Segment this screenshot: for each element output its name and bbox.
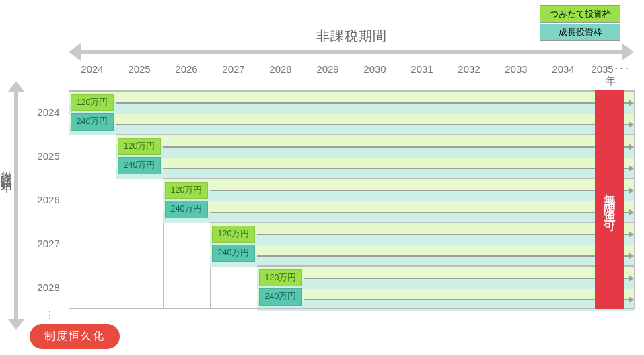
column-header: 2030	[351, 59, 398, 90]
legend-tsumitate: つみたて投資枠	[540, 5, 620, 23]
row-header: 2027	[28, 222, 69, 265]
growth-amount: 240万円	[71, 113, 114, 131]
allocation-cell: 120万円240万円	[70, 93, 114, 131]
holding-arrow	[163, 146, 629, 148]
holding-arrow	[210, 190, 629, 191]
allocation-cell: 120万円240万円	[117, 137, 162, 175]
row-header: 2028⋮	[28, 265, 69, 309]
holding-arrow	[116, 124, 629, 125]
column-header: 2025	[116, 59, 163, 90]
column-headers: 2024202520262027202820292030203120322033…	[69, 59, 634, 90]
column-header: 2031	[398, 59, 445, 90]
row-body: 120万円240万円	[69, 222, 634, 265]
row: 2026120万円240万円	[28, 178, 637, 222]
column-header: 2032	[445, 59, 493, 90]
row-body: 120万円240万円	[69, 265, 634, 309]
holding-arrow	[210, 212, 629, 213]
growth-amount: 240万円	[259, 288, 302, 306]
growth-amount: 240万円	[118, 157, 161, 174]
row-body: 120万円240万円	[69, 134, 634, 178]
tsumitate-amount: 120万円	[71, 94, 114, 112]
unlimited-column: 無期限運用可	[595, 90, 624, 309]
holding-arrow	[257, 234, 629, 235]
column-header: 2034	[540, 59, 587, 90]
row-header: 2025	[28, 134, 69, 178]
rows: 2024120万円240万円2025120万円240万円2026120万円240…	[28, 90, 637, 309]
column-header: 2029	[304, 59, 351, 90]
allocation-cell: 120万円240万円	[211, 224, 256, 263]
column-header: 2027	[210, 59, 257, 90]
row: 2027120万円240万円	[28, 222, 637, 265]
column-header: 2028	[257, 59, 304, 90]
column-header: 2033	[493, 59, 540, 90]
grid: 2024202520262027202820292030203120322033…	[28, 59, 637, 309]
row-body: 120万円240万円	[69, 178, 634, 222]
growth-amount: 240万円	[212, 245, 255, 262]
x-axis-label: 非課税期間	[69, 27, 634, 45]
tsumitate-amount: 120万円	[165, 182, 208, 199]
tsumitate-amount: 120万円	[118, 138, 161, 156]
y-axis-label: 投資開始年	[0, 162, 14, 175]
growth-amount: 240万円	[165, 201, 208, 218]
column-header: 2026	[163, 59, 210, 90]
x-axis-arrow: 非課税期間	[69, 43, 634, 59]
holding-arrow	[304, 299, 629, 300]
row-header: 2024	[28, 90, 69, 134]
row: 2028⋮120万円240万円	[28, 265, 637, 309]
unlimited-column-label: 無期限運用可	[602, 184, 618, 216]
row: 2025120万円240万円	[28, 134, 637, 178]
permanent-badge: 制度恒久化	[30, 324, 120, 349]
allocation-cell: 120万円240万円	[258, 268, 303, 306]
row: 2024120万円240万円	[28, 90, 637, 134]
column-header: 2024	[69, 59, 116, 90]
row-header: 2026	[28, 178, 69, 222]
row-body: 120万円240万円	[69, 90, 634, 134]
chart: 投資開始年 非課税期間 2024202520262027202820292030…	[28, 43, 637, 349]
allocation-cell: 120万円240万円	[164, 181, 209, 219]
tsumitate-amount: 120万円	[259, 269, 302, 287]
holding-arrow	[163, 168, 629, 169]
column-header: 2035･･･年	[587, 59, 634, 90]
y-axis-arrow: 投資開始年	[8, 81, 24, 330]
tsumitate-amount: 120万円	[212, 226, 255, 243]
holding-arrow	[116, 102, 629, 104]
holding-arrow	[257, 255, 629, 257]
holding-arrow	[304, 278, 629, 279]
